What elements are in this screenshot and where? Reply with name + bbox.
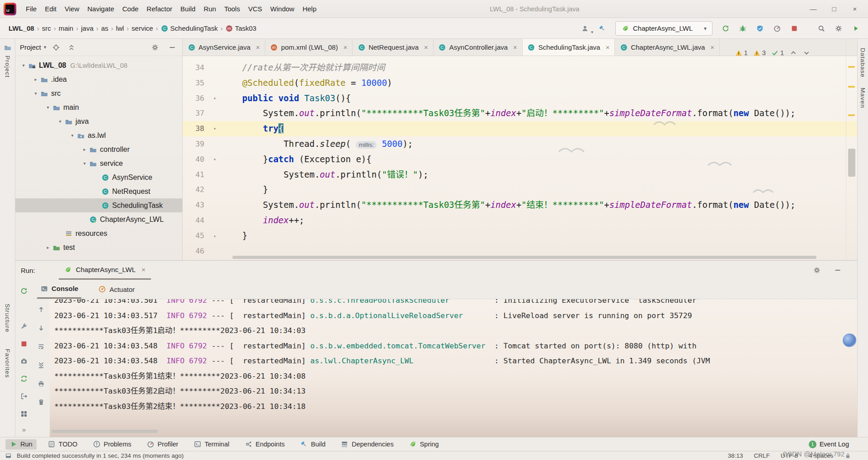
maximize-button[interactable]: □ (824, 1, 844, 17)
tree-item-asynservice[interactable]: CAsynService (15, 170, 182, 184)
person-button[interactable]: ▾ (578, 22, 592, 35)
grid-button[interactable] (18, 408, 30, 420)
code-line-45[interactable]: 45▴ } (183, 228, 857, 244)
lock-icon[interactable] (844, 452, 852, 460)
warning-stripe-mark[interactable] (848, 66, 855, 68)
tab-actuator[interactable]: Actuator (95, 280, 138, 299)
breadcrumb-service[interactable]: service (130, 23, 155, 33)
fold-marker-icon[interactable]: ▴ (208, 228, 222, 244)
tool-window-button-build[interactable]: Build (296, 439, 330, 450)
code-line-43[interactable]: 43 System.out.println("***********Task03… (183, 197, 857, 213)
tool-window-button-spring[interactable]: Spring (405, 439, 443, 450)
run-configuration-select[interactable]: ChapterAsync_LWL▾ (615, 21, 712, 36)
tool-window-button-terminal[interactable]: Terminal (189, 439, 233, 450)
tree-chevron-icon[interactable]: ▸ (43, 245, 52, 250)
scrollend-button[interactable] (35, 359, 47, 371)
gear-button[interactable] (811, 264, 823, 276)
warning-stripe-mark[interactable] (848, 114, 855, 116)
breadcrumb-java[interactable]: java (80, 23, 95, 33)
tree-chevron-icon[interactable]: ▾ (19, 63, 28, 68)
playsmall-button[interactable] (849, 22, 863, 35)
stripe-project[interactable]: Project (4, 53, 11, 80)
close-tab-icon[interactable]: × (606, 43, 610, 51)
code-line-44[interactable]: 44 index++; (183, 213, 857, 228)
profiler-button[interactable] (770, 22, 784, 35)
hammer-button[interactable] (595, 22, 609, 35)
fold-marker-icon[interactable]: ▾ (208, 121, 222, 136)
code-line-41[interactable]: 41 System.out.println("错误！"); (183, 167, 857, 183)
tool-window-button-run[interactable]: Run (5, 439, 37, 450)
coverage-button[interactable] (753, 22, 767, 35)
breadcrumb-task03[interactable]: mTask03 (224, 23, 258, 33)
editor-tab-chapterasync_lwl[interactable]: CChapterAsync_LWL.java× (615, 39, 720, 56)
menu-navigate[interactable]: Navigate (83, 3, 118, 14)
menu-help[interactable]: Help (298, 3, 321, 14)
fold-marker-icon[interactable]: ▾ (208, 152, 222, 167)
editor-tab-schedulingtask[interactable]: CSchedulingTask.java× (523, 39, 615, 56)
editor-tab-netrequest[interactable]: CNetRequest.java× (353, 39, 434, 56)
more-options-button[interactable]: » (22, 426, 26, 437)
tree-item-controller[interactable]: ▸controller (15, 142, 182, 156)
stripe-structure[interactable]: Structure (4, 301, 11, 335)
breadcrumb-src[interactable]: src (41, 23, 52, 33)
code-line-42[interactable]: 42 } (183, 182, 857, 197)
stop-button[interactable] (18, 338, 30, 350)
project-panel-title[interactable]: Project (20, 43, 41, 51)
code-editor[interactable]: 34 //rate从第一次开始就计算间隔时间35 @Scheduled(fixe… (183, 56, 857, 260)
tool-window-button-problems[interactable]: Problems (89, 439, 135, 450)
collapse-button[interactable] (66, 42, 77, 53)
tool-window-toggle-icon[interactable] (5, 452, 12, 460)
tab-console[interactable]: Console (37, 280, 81, 299)
tree-chevron-icon[interactable]: ▾ (68, 133, 77, 138)
typos-indicator[interactable]: 1 (771, 49, 784, 56)
next-problem-button[interactable] (802, 49, 810, 56)
close-run-tab-icon[interactable]: × (142, 266, 146, 273)
stripe-maven[interactable]: Maven (859, 85, 866, 111)
search-button[interactable] (815, 22, 828, 35)
breadcrumb-main[interactable]: main (57, 23, 75, 33)
menu-file[interactable]: File (22, 3, 41, 14)
tree-item-netrequest[interactable]: CNetRequest (15, 184, 182, 198)
stop-button[interactable] (788, 22, 801, 35)
tree-item-service[interactable]: ▾service (15, 156, 182, 170)
menu-vcs[interactable]: VCS (244, 3, 266, 14)
hide-button[interactable] (832, 264, 844, 276)
console-horizontal-scrollbar[interactable] (52, 430, 158, 433)
softwrap-button[interactable] (35, 341, 47, 352)
line-separator[interactable]: CRLF (754, 452, 769, 459)
tree-item-src[interactable]: ▾src (15, 86, 182, 100)
minimize-button[interactable]: — (803, 1, 824, 17)
tree-item-main[interactable]: ▾main (15, 100, 182, 114)
tree-item-chapterasync_lwl[interactable]: CChapterAsync_LWL (15, 212, 182, 226)
code-line-36[interactable]: 36▾ public void Task03(){ (183, 91, 857, 106)
run-tab-chapterasync[interactable]: ChapterAsync_LWL× (59, 261, 151, 280)
code-line-38[interactable]: 38▾ try{ (183, 121, 857, 136)
menu-refactor[interactable]: Refactor (142, 3, 176, 14)
tree-chevron-icon[interactable]: ▾ (43, 105, 52, 110)
code-line-40[interactable]: 40▾ }catch (Exception e){ (183, 152, 857, 167)
tree-item-lwl_08[interactable]: ▾LWL_08G:\LwlIdea\LWL_08 (15, 58, 182, 72)
breadcrumb-lwl_08[interactable]: LWL_08 (7, 23, 36, 33)
print-button[interactable] (35, 378, 47, 390)
locate-button[interactable] (51, 42, 61, 53)
tree-chevron-icon[interactable]: ▾ (56, 119, 65, 124)
up-button[interactable] (35, 304, 47, 315)
tree-chevron-icon[interactable]: ▸ (80, 147, 89, 152)
tree-chevron-icon[interactable]: ▾ (80, 161, 89, 166)
fold-marker-icon[interactable]: ▾ (208, 91, 222, 106)
tool-window-button-endpoints[interactable]: Endpoints (241, 439, 289, 450)
code-line-35[interactable]: 35 @Scheduled(fixedRate = 10000) (183, 75, 857, 91)
breadcrumb-lwl[interactable]: lwl (115, 23, 126, 33)
close-tab-icon[interactable]: × (710, 43, 714, 51)
menu-build[interactable]: Build (176, 3, 199, 14)
warning-stripe-mark[interactable] (848, 86, 855, 88)
bug-button[interactable] (736, 22, 750, 35)
tool-window-button-dependencies[interactable]: Dependencies (337, 439, 398, 450)
menu-code[interactable]: Code (118, 3, 142, 14)
close-button[interactable]: × (844, 1, 865, 17)
menu-tools[interactable]: Tools (220, 3, 244, 14)
breadcrumb-schedulingtask[interactable]: CSchedulingTask (160, 23, 219, 33)
menu-run[interactable]: Run (199, 3, 220, 14)
gear-button[interactable] (832, 22, 845, 35)
exit-button[interactable] (18, 390, 30, 402)
